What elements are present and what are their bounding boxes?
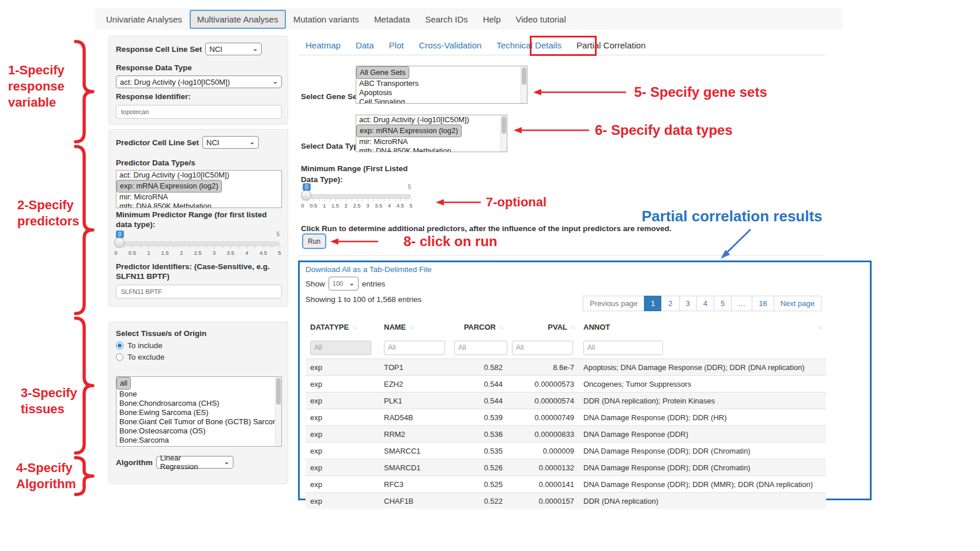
- cell-datatype: exp: [306, 459, 379, 476]
- tissue-listbox: allBoneBone:Chondrosarcoma (CHS)Bone:Ewi…: [116, 376, 282, 447]
- chevron-down-icon: ⌄: [349, 280, 355, 287]
- minimum-range-label: Minimum Range (First Listed Data Type):: [301, 163, 408, 185]
- cell-datatype: exp: [306, 426, 379, 443]
- option-exp-mrna-expression-log2[interactable]: exp: mRNA Expression (log2): [116, 180, 222, 193]
- option-bone-osteosarcoma-os[interactable]: Bone:Osteosarcoma (OS): [116, 427, 281, 436]
- predictor-identifiers-input[interactable]: SLFN11 BPTF: [116, 285, 282, 299]
- option-peripheral-nervous-system[interactable]: Peripheral_Nervous_System: [116, 445, 281, 447]
- download-all-link[interactable]: Download All as a Tab-Delimited File: [306, 265, 432, 274]
- nav-item-video-tutorial[interactable]: Video tutorial: [508, 10, 573, 29]
- slider-track[interactable]: [116, 241, 280, 246]
- page-button-1[interactable]: 1: [644, 296, 662, 311]
- cell-annot: DNA Damage Response (DDR); DDR (HR): [579, 409, 826, 426]
- exclude-radio[interactable]: [116, 353, 123, 361]
- page-button-3[interactable]: 3: [679, 296, 697, 311]
- nav-item-univariate-analyses[interactable]: Univariate Analyses: [99, 10, 190, 29]
- algorithm-select[interactable]: Linear Regression ⌄: [156, 456, 233, 469]
- column-header-annot[interactable]: ANNOT↑↓: [579, 318, 826, 337]
- option-act-drug-activity-log10-ic50m[interactable]: act: Drug Activity (-log10[IC50M]): [356, 115, 507, 124]
- tissue-origin-label: Select Tissue/s of Origin: [116, 329, 281, 338]
- filter-cell-pval: [507, 337, 579, 359]
- cell-name: PLK1: [379, 393, 450, 409]
- option-all[interactable]: all: [116, 377, 131, 390]
- previous-page-button[interactable]: Previous page: [583, 296, 644, 311]
- column-header-pval[interactable]: PVAL↑↓: [507, 318, 579, 337]
- page-button-2[interactable]: 2: [661, 296, 679, 311]
- column-header-datatype[interactable]: DATATYPE↑↓: [306, 318, 379, 337]
- filter-input-datatype[interactable]: [310, 341, 371, 355]
- filter-cell-annot: [579, 337, 826, 359]
- run-button[interactable]: Run: [302, 233, 326, 249]
- cell-pval: 0.00000574: [507, 393, 579, 409]
- column-header-parcor[interactable]: PARCOR↑↓: [450, 318, 507, 337]
- option-mth-dna-850k-methylation[interactable]: mth: DNA 850K Methylation: [356, 146, 507, 152]
- option-bone-chondrosarcoma-chs[interactable]: Bone:Chondrosarcoma (CHS): [116, 399, 281, 408]
- next-page-button[interactable]: Next page: [774, 296, 821, 311]
- option-exp-mrna-expression-log2[interactable]: exp: mRNA Expression (log2): [356, 124, 462, 137]
- exclude-radio-label: To exclude: [127, 353, 165, 361]
- tab-data[interactable]: Data: [348, 36, 382, 55]
- nav-item-search-ids[interactable]: Search IDs: [417, 10, 475, 29]
- cell-pval: 8.6e-7: [507, 359, 579, 376]
- cell-pval: 0.0000141: [507, 476, 579, 493]
- predictor-cell-line-set-value: NCI: [206, 138, 219, 147]
- show-label: Show: [306, 280, 325, 288]
- sort-icon: ↑↓: [409, 324, 413, 330]
- scrollbar[interactable]: [521, 66, 527, 103]
- option-bone-ewing-sarcoma-es[interactable]: Bone:Ewing Sarcoma (ES): [116, 408, 281, 417]
- response-cell-line-set-select[interactable]: NCI ⌄: [205, 43, 262, 55]
- slider-track[interactable]: [303, 194, 411, 199]
- tab-plot[interactable]: Plot: [382, 36, 412, 55]
- option-abc-transporters[interactable]: ABC Transporters: [356, 79, 527, 88]
- pagination: Previous page12345…16Next page: [583, 296, 821, 311]
- option-bone-sarcoma[interactable]: Bone:Sarcoma: [116, 436, 281, 445]
- page-button-4[interactable]: 4: [696, 296, 714, 311]
- include-radio[interactable]: [116, 342, 123, 349]
- page-button-5[interactable]: 5: [714, 296, 732, 311]
- page-canvas: Univariate AnalysesMultivariate Analyses…: [0, 0, 980, 551]
- response-identifier-input[interactable]: topotecan: [116, 105, 282, 119]
- filter-input-parcor[interactable]: [454, 341, 507, 355]
- filter-input-annot[interactable]: [583, 341, 663, 355]
- option-mir-microrna[interactable]: mir: MicroRNA: [116, 193, 281, 202]
- option-all-gene-sets[interactable]: All Gene Sets: [356, 66, 409, 79]
- predictor-cell-line-set-select[interactable]: NCI ⌄: [202, 136, 259, 149]
- cell-parcor: 0.544: [450, 393, 507, 409]
- nav-item-mutation-variants[interactable]: Mutation variants: [286, 10, 367, 29]
- option-bone[interactable]: Bone: [116, 390, 281, 399]
- cell-pval: 0.00000573: [507, 376, 579, 393]
- cell-name: SMARCC1: [379, 443, 450, 459]
- scrollbar[interactable]: [500, 115, 507, 152]
- scrollbar-thumb[interactable]: [276, 378, 281, 405]
- chevron-down-icon: ⌄: [273, 78, 278, 85]
- nav-item-multivariate-analyses[interactable]: Multivariate Analyses: [190, 10, 286, 29]
- response-data-type-select[interactable]: act: Drug Activity (-log10[IC50M]) ⌄: [116, 76, 282, 88]
- cell-annot: Apoptosis; DNA Damage Response (DDR); DD…: [579, 359, 826, 376]
- scrollbar[interactable]: [275, 377, 281, 446]
- partial-correlation-results-panel: Download All as a Tab-Delimited File Sho…: [298, 261, 872, 500]
- page-button-16[interactable]: 16: [752, 296, 774, 311]
- predictor-data-types-listbox: act: Drug Activity (-log10[IC50M])exp: m…: [116, 170, 282, 208]
- option-bone-giant-cell-tumor-of-bone-gctb-sarcoma[interactable]: Bone:Giant Cell Tumor of Bone (GCTB) Sar…: [116, 417, 281, 427]
- page-size-select[interactable]: 100 ⌄: [329, 277, 359, 290]
- nav-item-metadata[interactable]: Metadata: [367, 10, 418, 29]
- table-filter-row: [306, 337, 826, 359]
- option-mth-dna-850k-methylation[interactable]: mth: DNA 850K Methylation: [116, 202, 281, 208]
- tab-heatmap[interactable]: Heatmap: [298, 36, 348, 55]
- option-act-drug-activity-log10-ic50m[interactable]: act: Drug Activity (-log10[IC50M]): [116, 171, 281, 180]
- option-cell-signaling[interactable]: Cell Signaling: [356, 97, 527, 104]
- filter-input-name[interactable]: [384, 341, 445, 355]
- option-apoptosis[interactable]: Apoptosis: [356, 88, 527, 97]
- tab-cross-validation[interactable]: Cross-Validation: [411, 36, 489, 55]
- column-header-name[interactable]: NAME↑↓: [379, 318, 450, 337]
- filter-input-pval[interactable]: [512, 341, 573, 355]
- option-mir-microrna[interactable]: mir: MicroRNA: [356, 137, 507, 146]
- cell-parcor: 0.544: [450, 376, 507, 393]
- cell-datatype: exp: [306, 409, 379, 426]
- nav-item-help[interactable]: Help: [476, 10, 508, 29]
- scrollbar-thumb[interactable]: [502, 116, 506, 134]
- tissue-panel: Select Tissue/s of Origin To include To …: [108, 322, 288, 484]
- response-cell-line-set-value: NCI: [209, 45, 222, 54]
- scrollbar-thumb[interactable]: [522, 67, 526, 85]
- page-ellipsis: …: [731, 296, 752, 311]
